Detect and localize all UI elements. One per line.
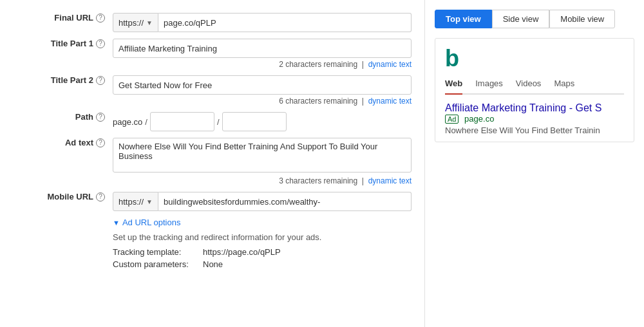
bing-logo: b xyxy=(445,45,624,72)
title-part2-char-info: 6 characters remaining | dynamic text xyxy=(113,97,412,106)
ad-text-help-icon[interactable]: ? xyxy=(96,138,105,147)
tracking-template-value: https://page.co/qPLP xyxy=(203,247,281,257)
ad-preview: Affiliate Marketing Training - Get S Ad … xyxy=(445,102,624,135)
title-part2-help-icon[interactable]: ? xyxy=(96,76,105,85)
final-url-input[interactable] xyxy=(158,13,412,32)
final-url-help-icon[interactable]: ? xyxy=(96,14,105,23)
ad-url-options-field: ▼ Ad URL options Set up the tracking and… xyxy=(113,218,412,272)
mobile-url-help-icon[interactable]: ? xyxy=(96,192,105,201)
ad-text-label-col: Ad text ? xyxy=(13,138,113,147)
mobile-url-label: Mobile URL xyxy=(48,192,94,201)
ad-url-options-section: ▼ Ad URL options Set up the tracking and… xyxy=(13,218,412,272)
title-part1-dynamic-link[interactable]: dynamic text xyxy=(368,60,412,69)
ad-url-description: Set up the tracking and redirect informa… xyxy=(113,232,412,242)
ad-url-options-toggle[interactable]: ▼ Ad URL options xyxy=(113,218,412,227)
mobile-protocol-value: https:// xyxy=(118,197,144,207)
mobile-url-label-col: Mobile URL ? xyxy=(13,192,113,201)
path-separator-2: / xyxy=(217,117,220,127)
ad-text-dynamic-link[interactable]: dynamic text xyxy=(368,176,412,185)
ad-text-input[interactable]: Nowhere Else Will You Find Better Traini… xyxy=(113,138,412,173)
custom-parameters-label: Custom parameters: xyxy=(113,259,203,269)
bing-b: b xyxy=(445,45,459,71)
final-url-protocol-select[interactable]: https:// ▼ xyxy=(113,13,158,32)
path-label-col: Path ? xyxy=(13,112,113,122)
path-input-2[interactable] xyxy=(222,112,287,131)
title-part1-row: Title Part 1 ? 2 characters remaining | … xyxy=(13,39,412,69)
title-part2-chars: 6 characters remaining xyxy=(279,97,357,106)
title-part2-label: Title Part 2 xyxy=(51,75,93,85)
bing-preview-container: b Web Images Videos Maps Affiliate Marke… xyxy=(435,38,634,142)
tab-side-view[interactable]: Side view xyxy=(492,10,550,28)
ad-label: Ad xyxy=(445,115,459,124)
protocol-arrow-icon: ▼ xyxy=(146,19,153,26)
ad-preview-title-row: Affiliate Marketing Training - Get S xyxy=(445,102,624,114)
path-separator-1: / xyxy=(145,117,147,127)
bing-nav-web[interactable]: Web xyxy=(445,79,462,95)
tab-top-view[interactable]: Top view xyxy=(435,10,492,28)
ad-url-options-content: Set up the tracking and redirect informa… xyxy=(113,232,412,269)
bing-nav: Web Images Videos Maps xyxy=(445,79,624,95)
path-input-row: page.co / / xyxy=(113,112,412,131)
mobile-url-input-group: https:// ▼ xyxy=(113,192,412,211)
final-url-input-group: https:// ▼ xyxy=(113,13,412,32)
preview-panel: Top view Side view Mobile view b Web Ima… xyxy=(425,0,644,327)
final-url-label-col: Final URL ? xyxy=(13,13,113,23)
path-field: page.co / / xyxy=(113,112,412,131)
title-part2-field: 6 characters remaining | dynamic text xyxy=(113,75,412,106)
ad-text-row: Ad text ? Nowhere Else Will You Find Bet… xyxy=(13,138,412,185)
title-part2-label-col: Title Part 2 ? xyxy=(13,75,113,85)
tracking-template-label: Tracking template: xyxy=(113,247,203,257)
path-label: Path xyxy=(75,112,93,122)
ad-text-char-info: 3 characters remaining | dynamic text xyxy=(113,176,412,185)
mobile-url-row: Mobile URL ? https:// ▼ xyxy=(13,192,412,211)
final-url-field: https:// ▼ xyxy=(113,13,412,32)
title-part1-label-col: Title Part 1 ? xyxy=(13,39,113,48)
path-input-1[interactable] xyxy=(150,112,214,131)
title-part1-label: Title Part 1 xyxy=(51,39,93,48)
title-part1-help-icon[interactable]: ? xyxy=(96,39,105,48)
mobile-protocol-arrow-icon: ▼ xyxy=(146,198,153,205)
final-url-label: Final URL xyxy=(54,13,93,23)
title-part1-field: 2 characters remaining | dynamic text xyxy=(113,39,412,69)
ad-text-field: Nowhere Else Will You Find Better Traini… xyxy=(113,138,412,185)
ad-text-chars: 3 characters remaining xyxy=(279,176,357,185)
path-row: Path ? page.co / / xyxy=(13,112,412,131)
title-part1-chars: 2 characters remaining xyxy=(279,60,357,69)
view-tabs: Top view Side view Mobile view xyxy=(435,10,634,28)
ad-preview-url: page.co xyxy=(464,114,494,124)
ad-url-options-label: Ad URL options xyxy=(122,218,181,227)
title-part2-input[interactable] xyxy=(113,75,412,95)
title-part1-char-info: 2 characters remaining | dynamic text xyxy=(113,60,412,69)
path-help-icon[interactable]: ? xyxy=(96,113,105,122)
bing-nav-maps[interactable]: Maps xyxy=(554,79,574,91)
ad-preview-url-row: Ad page.co xyxy=(445,114,624,124)
path-domain: page.co xyxy=(113,117,142,127)
protocol-value: https:// xyxy=(118,18,144,28)
mobile-url-input[interactable] xyxy=(158,192,412,211)
title-part1-input[interactable] xyxy=(113,39,412,58)
title-part2-dynamic-link[interactable]: dynamic text xyxy=(368,97,412,106)
tracking-template-row: Tracking template: https://page.co/qPLP xyxy=(113,247,412,257)
bing-nav-videos[interactable]: Videos xyxy=(516,79,542,91)
form-panel: Final URL ? https:// ▼ Title Part 1 ? xyxy=(0,0,425,327)
ad-url-table: Tracking template: https://page.co/qPLP … xyxy=(113,247,412,269)
final-url-row: Final URL ? https:// ▼ xyxy=(13,13,412,32)
ad-preview-title[interactable]: Affiliate Marketing Training - Get S xyxy=(445,102,601,113)
bing-nav-images[interactable]: Images xyxy=(475,79,503,91)
ad-url-chevron-icon: ▼ xyxy=(113,219,120,227)
ad-preview-desc: Nowhere Else Will You Find Better Traini… xyxy=(445,126,624,135)
mobile-url-field: https:// ▼ xyxy=(113,192,412,211)
title-part2-row: Title Part 2 ? 6 characters remaining | … xyxy=(13,75,412,106)
custom-parameters-row: Custom parameters: None xyxy=(113,259,412,269)
mobile-url-protocol-select[interactable]: https:// ▼ xyxy=(113,192,158,211)
ad-text-label: Ad text xyxy=(65,138,93,147)
tab-mobile-view[interactable]: Mobile view xyxy=(549,10,615,28)
custom-parameters-value: None xyxy=(203,259,223,269)
